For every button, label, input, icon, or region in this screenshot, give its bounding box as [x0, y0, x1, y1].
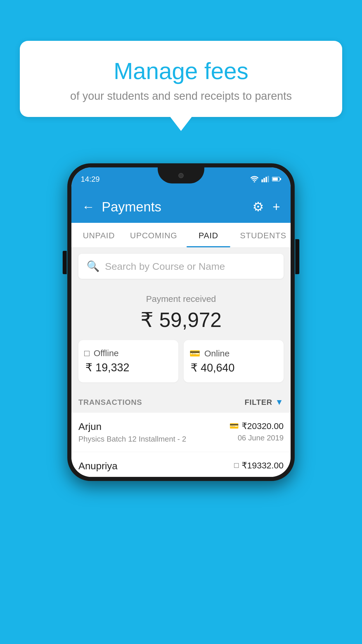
svg-rect-2: [263, 178, 265, 182]
online-card-header: 💳 Online: [189, 348, 278, 358]
svg-point-0: [254, 181, 255, 183]
online-payment-card: 💳 Online ₹ 40,640: [184, 340, 284, 382]
app-bar-right: ⚙ +: [252, 200, 280, 213]
filter-label: FILTER: [245, 398, 272, 407]
offline-payment-card: □ Offline ₹ 19,332: [78, 340, 178, 382]
transaction-right: □ ₹19332.00: [234, 460, 284, 473]
status-icons: [250, 176, 281, 182]
offline-amount: ₹ 19,332: [84, 361, 173, 374]
transaction-name: Arjun: [78, 421, 229, 432]
phone-inner: 14:29: [71, 167, 291, 477]
offline-card-header: □ Offline: [84, 348, 173, 358]
tab-unpaid[interactable]: UNPAID: [71, 223, 126, 247]
payment-cards: □ Offline ₹ 19,332 💳 Online ₹ 40,640: [78, 340, 284, 382]
transaction-description: Physics Batch 12 Installment - 2: [78, 435, 229, 444]
search-container: 🔍 Search by Course or Name: [71, 248, 291, 285]
svg-rect-7: [273, 178, 278, 181]
transaction-date: 06 June 2019: [229, 433, 284, 442]
offline-label: Offline: [94, 348, 119, 358]
app-bar: ← Payments ⚙ +: [71, 191, 291, 223]
add-button[interactable]: +: [273, 200, 280, 213]
back-button[interactable]: ←: [82, 200, 95, 213]
app-bar-title: Payments: [102, 199, 161, 215]
transactions-header: TRANSACTIONS FILTER ▼: [71, 392, 291, 413]
signal-icon: [261, 176, 269, 182]
search-icon: 🔍: [87, 260, 100, 272]
settings-button[interactable]: ⚙: [252, 200, 264, 213]
speech-bubble-title: Manage fees: [31, 58, 331, 84]
filter-button[interactable]: FILTER ▼: [245, 398, 284, 407]
offline-icon: □: [84, 348, 89, 358]
table-row[interactable]: Anupriya □ ₹19332.00: [71, 452, 291, 477]
svg-rect-1: [261, 179, 263, 182]
payment-received-label: Payment received: [78, 294, 284, 304]
transaction-amount: 💳 ₹20320.00: [229, 421, 284, 431]
payment-type-icon: □: [234, 461, 239, 470]
wifi-icon: [250, 176, 259, 182]
status-bar: 14:29: [71, 167, 291, 191]
transaction-name: Anupriya: [78, 460, 234, 472]
transactions-label: TRANSACTIONS: [78, 398, 142, 407]
payment-total-amount: ₹ 59,972: [78, 308, 284, 332]
search-bar[interactable]: 🔍 Search by Course or Name: [78, 254, 284, 279]
speech-bubble-card: Manage fees of your students and send re…: [20, 41, 342, 117]
tab-paid[interactable]: PAID: [181, 223, 236, 247]
table-row[interactable]: Arjun Physics Batch 12 Installment - 2 💳…: [71, 413, 291, 452]
online-icon: 💳: [189, 348, 200, 358]
online-label: Online: [204, 349, 230, 358]
camera: [178, 173, 184, 178]
tab-upcoming[interactable]: UPCOMING: [126, 223, 181, 247]
online-amount: ₹ 40,640: [189, 361, 278, 374]
payment-type-icon: 💳: [229, 421, 239, 430]
transaction-left: Anupriya: [78, 460, 234, 474]
payment-summary: Payment received ₹ 59,972 □ Offline ₹ 19…: [71, 285, 291, 392]
tab-students[interactable]: STUDENTS: [236, 223, 291, 247]
phone-mockup: 14:29: [67, 163, 295, 481]
app-bar-left: ← Payments: [82, 199, 161, 215]
transaction-amount: □ ₹19332.00: [234, 460, 284, 470]
tabs-bar: UNPAID UPCOMING PAID STUDENTS: [71, 223, 291, 248]
battery-icon: [272, 176, 281, 182]
phone-outer: 14:29: [67, 163, 295, 481]
notch: [158, 167, 204, 183]
transaction-right: 💳 ₹20320.00 06 June 2019: [229, 421, 284, 442]
transaction-left: Arjun Physics Batch 12 Installment - 2: [78, 421, 229, 444]
speech-bubble-subtitle: of your students and send receipts to pa…: [31, 90, 331, 102]
search-input[interactable]: Search by Course or Name: [105, 261, 225, 272]
svg-rect-3: [266, 177, 267, 182]
filter-icon: ▼: [275, 398, 284, 407]
svg-rect-4: [268, 176, 269, 182]
status-time: 14:29: [81, 175, 100, 184]
svg-rect-6: [280, 178, 281, 180]
